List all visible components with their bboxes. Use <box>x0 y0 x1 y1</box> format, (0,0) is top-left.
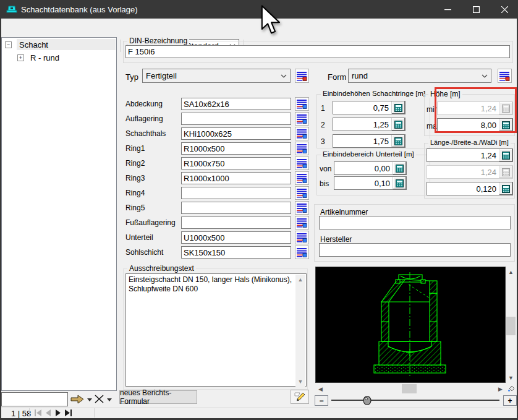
scroll-left-icon[interactable]: ◀ <box>315 384 326 394</box>
zoom-out-button[interactable]: − <box>315 395 328 406</box>
part-input-ring3[interactable] <box>181 172 291 184</box>
part-input-unterteil[interactable] <box>181 231 291 244</box>
tree-expander-minus[interactable]: − <box>5 41 12 48</box>
artikelnummer-input[interactable] <box>319 216 511 229</box>
calculator-button-disabled <box>499 102 512 114</box>
typ-list-button[interactable] <box>295 69 309 83</box>
preview-hscrollbar[interactable]: ◀ ▶ <box>315 384 506 394</box>
tree-panel: − Schacht + R - rund <box>1 37 117 391</box>
calculator-button[interactable] <box>499 182 512 195</box>
part-input-fussauflagering[interactable] <box>181 216 291 229</box>
part-list-button[interactable] <box>295 142 309 155</box>
einbindehoehe-3-value: 1,75 <box>333 137 391 146</box>
search-clear-button[interactable] <box>94 394 104 404</box>
new-report-button[interactable]: neues Berichts-Formular <box>119 390 197 404</box>
masse-field-3[interactable]: 0,120 <box>427 182 513 195</box>
statusbar-separator <box>29 408 30 418</box>
bis-label: bis <box>320 179 329 188</box>
part-input-ring2[interactable] <box>181 157 291 169</box>
hoehe-max-field[interactable]: 8,00 <box>437 118 513 132</box>
scroll-down-icon[interactable]: ▼ <box>506 372 516 383</box>
part-label: Abdeckung <box>125 100 163 108</box>
scroll-down-icon[interactable]: ▼ <box>295 377 305 387</box>
part-list-button[interactable] <box>295 231 309 244</box>
hoehe-max-value: 8,00 <box>438 121 499 130</box>
part-list-button[interactable] <box>295 201 309 215</box>
search-input[interactable] <box>1 392 68 406</box>
tree-item-r-rund[interactable]: R - rund <box>30 53 59 62</box>
zoom-slider-thumb[interactable] <box>362 395 372 406</box>
part-list-button[interactable] <box>295 112 309 126</box>
calculator-button[interactable] <box>499 149 512 161</box>
calculator-button[interactable] <box>393 162 406 174</box>
part-list-button[interactable] <box>295 216 309 229</box>
search-go-button[interactable] <box>70 395 85 404</box>
part-input-abdeckung[interactable] <box>181 98 291 110</box>
close-button[interactable] <box>490 0 518 19</box>
maximize-button[interactable] <box>462 0 490 19</box>
part-label: Auflagering <box>125 114 163 123</box>
ausschreibung-textarea[interactable]: Einsteigschacht DN 150, langer Hals (Min… <box>125 273 307 387</box>
edit-button[interactable] <box>291 390 309 404</box>
calculator-button[interactable] <box>393 177 406 189</box>
list-select-icon <box>297 144 307 153</box>
cad-preview-canvas[interactable] <box>315 267 506 383</box>
calculator-button[interactable] <box>391 118 405 131</box>
preview-vscrollbar[interactable]: ▲ ▼ <box>506 267 516 383</box>
hersteller-input[interactable] <box>319 243 511 257</box>
part-list-button[interactable] <box>295 97 309 111</box>
list-select-icon <box>297 114 307 124</box>
part-list-button[interactable] <box>295 156 309 170</box>
einbindebereich-von-field[interactable]: 0,00 <box>334 161 407 175</box>
part-label: Ring5 <box>125 204 145 212</box>
din-input[interactable] <box>125 45 510 58</box>
part-input-ring5[interactable] <box>181 202 291 214</box>
part-input-ring1[interactable] <box>181 142 291 155</box>
part-list-button[interactable] <box>295 127 309 140</box>
tree-item-schacht[interactable]: Schacht <box>19 40 48 49</box>
einbindehoehen-title: Einbindehöhen Schachtringe [m] <box>321 90 427 97</box>
hscroll-thumb[interactable] <box>402 384 417 393</box>
textarea-scrollbar[interactable]: ▲ ▼ <box>295 275 305 387</box>
part-list-button[interactable] <box>295 186 309 200</box>
toolbar: ? Sortiment: Standard <box>0 19 518 36</box>
record-indicator: 1 | 58 <box>11 409 31 418</box>
masse-field-1[interactable]: 1,24 <box>427 148 513 162</box>
calculator-button[interactable] <box>391 135 405 147</box>
form-list-button[interactable] <box>498 69 512 83</box>
edit-pencil-icon <box>294 392 305 402</box>
part-list-button[interactable] <box>295 246 309 259</box>
zoom-slider-track[interactable] <box>331 400 499 401</box>
last-record-icon[interactable] <box>64 409 72 416</box>
calculator-button[interactable] <box>499 119 512 131</box>
scroll-up-icon[interactable]: ▲ <box>506 267 516 277</box>
typ-select[interactable]: Fertigteil <box>142 69 291 83</box>
part-list-button[interactable] <box>295 171 309 185</box>
minimize-button[interactable] <box>433 0 462 19</box>
einbindehoehe-3-field[interactable]: 1,75 <box>333 134 405 148</box>
scroll-right-icon[interactable]: ▶ <box>495 384 506 394</box>
part-input-ring4[interactable] <box>181 187 291 199</box>
einbindebereich-bis-field[interactable]: 0,10 <box>334 176 407 190</box>
previous-record-icon[interactable] <box>45 409 51 416</box>
form-select[interactable]: rund <box>348 69 491 83</box>
zoom-in-button[interactable]: + <box>503 395 517 406</box>
fill-tool-button[interactable] <box>506 384 517 394</box>
go-dropdown-icon[interactable] <box>87 398 92 401</box>
einbindehoehe-2-field[interactable]: 1,25 <box>333 118 405 131</box>
part-label: Ring2 <box>125 159 145 168</box>
part-input-sohlschicht[interactable] <box>181 246 291 259</box>
list-select-icon <box>297 99 307 109</box>
calculator-button[interactable] <box>391 101 405 114</box>
tree-expander-plus[interactable]: + <box>17 54 24 61</box>
next-record-icon[interactable] <box>55 409 61 416</box>
list-select-icon <box>499 71 510 81</box>
scroll-up-icon[interactable]: ▲ <box>295 275 305 285</box>
part-input-auflagering[interactable] <box>181 113 291 125</box>
einbindehoehe-1-field[interactable]: 0,75 <box>333 101 405 114</box>
row3-label: 3 <box>321 137 325 146</box>
vscroll-thumb[interactable] <box>506 317 516 335</box>
clear-dropdown-icon[interactable] <box>107 398 112 401</box>
part-input-schachthals[interactable] <box>181 127 291 140</box>
first-record-icon[interactable] <box>34 409 42 416</box>
